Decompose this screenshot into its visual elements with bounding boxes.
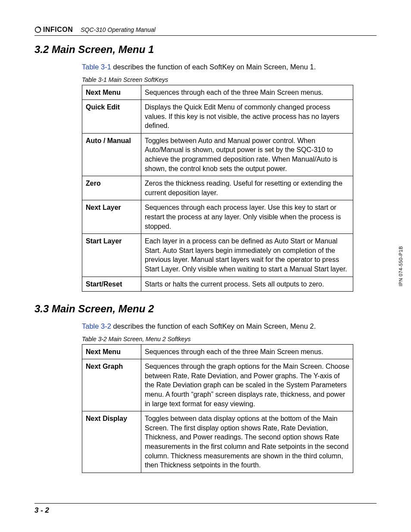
- table-row: Next Menu Sequences through each of the …: [82, 344, 353, 359]
- softkey-name: Start Layer: [82, 234, 141, 277]
- section-heading-3-3: 3.3 Main Screen, Menu 2: [34, 303, 377, 315]
- softkey-name: Next Display: [82, 411, 141, 473]
- softkey-name: Auto / Manual: [82, 133, 141, 176]
- document-title: SQC-310 Operating Manual: [81, 26, 156, 33]
- table-ref-link[interactable]: Table 3-1: [82, 63, 111, 71]
- section-heading-3-2: 3.2 Main Screen, Menu 1: [34, 44, 377, 56]
- table-row: Start Layer Each layer in a process can …: [82, 234, 353, 277]
- section-intro-3-2: Table 3-1 describes the function of each…: [82, 63, 377, 71]
- page-number: 3 - 2: [34, 506, 49, 514]
- softkey-desc: Displays the Quick Edit Menu of commonly…: [141, 100, 353, 134]
- table-row: Zero Zeros the thickness reading. Useful…: [82, 176, 353, 200]
- table-row: Next Layer Sequences through each proces…: [82, 200, 353, 234]
- page-footer: 3 - 2: [34, 503, 377, 515]
- table-caption-3-2: Table 3-2 Main Screen, Menu 2 Softkeys: [82, 336, 377, 342]
- softkey-desc: Zeros the thickness reading. Useful for …: [141, 176, 353, 200]
- table-row: Auto / Manual Toggles between Auto and M…: [82, 133, 353, 176]
- table-row: Quick Edit Displays the Quick Edit Menu …: [82, 100, 353, 134]
- brand-logo-icon: [34, 26, 41, 33]
- table-row: Next Display Toggles between data displa…: [82, 411, 353, 473]
- table-caption-3-1: Table 3-1 Main Screen SoftKeys: [82, 76, 377, 83]
- softkey-desc: Each layer in a process can be defined a…: [141, 234, 353, 277]
- table-row: Next Graph Sequences through the graph o…: [82, 359, 353, 411]
- softkey-desc: Toggles between Auto and Manual power co…: [141, 133, 353, 176]
- table-3-2: Next Menu Sequences through each of the …: [82, 344, 353, 473]
- softkey-name: Next Graph: [82, 359, 141, 411]
- softkey-desc: Sequences through each process layer. Us…: [141, 200, 353, 234]
- brand-logo: INFICON: [34, 26, 73, 34]
- intro-text: describes the function of each SoftKey o…: [111, 322, 316, 330]
- section-intro-3-3: Table 3-2 describes the function of each…: [82, 322, 377, 330]
- ipn-label: IPN 074-550-P1B: [398, 246, 403, 286]
- softkey-desc: Sequences through each of the three Main…: [141, 85, 353, 100]
- table-row: Start/Reset Starts or halts the current …: [82, 277, 353, 292]
- softkey-desc: Toggles between data display options at …: [141, 411, 353, 473]
- softkey-desc: Starts or halts the current process. Set…: [141, 277, 353, 292]
- page-header: INFICON SQC-310 Operating Manual: [34, 26, 377, 36]
- softkey-desc: Sequences through the graph options for …: [141, 359, 353, 411]
- table-row: Next Menu Sequences through each of the …: [82, 85, 353, 100]
- softkey-name: Next Layer: [82, 200, 141, 234]
- softkey-name: Next Menu: [82, 344, 141, 359]
- softkey-desc: Sequences through each of the three Main…: [141, 344, 353, 359]
- softkey-name: Zero: [82, 176, 141, 200]
- table-3-1: Next Menu Sequences through each of the …: [82, 85, 353, 292]
- table-ref-link[interactable]: Table 3-2: [82, 322, 111, 330]
- softkey-name: Next Menu: [82, 85, 141, 100]
- softkey-name: Quick Edit: [82, 100, 141, 134]
- brand-name: INFICON: [43, 26, 73, 34]
- intro-text: describes the function of each SoftKey o…: [111, 63, 316, 71]
- softkey-name: Start/Reset: [82, 277, 141, 292]
